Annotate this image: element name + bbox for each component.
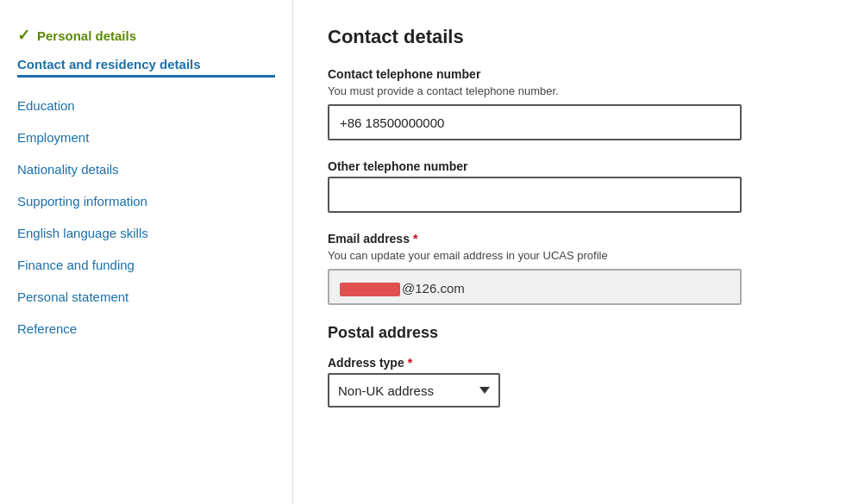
- contact-telephone-hint: You must provide a contact telephone num…: [328, 84, 818, 97]
- redact-bar: [340, 283, 400, 296]
- contact-telephone-input[interactable]: [328, 104, 742, 140]
- sidebar-item-education[interactable]: Education: [0, 90, 292, 121]
- sidebar-personal-details[interactable]: ✓ Personal details: [0, 17, 292, 50]
- contact-telephone-group: Contact telephone number You must provid…: [328, 67, 818, 140]
- sidebar-item-finance[interactable]: Finance and funding: [0, 249, 292, 281]
- sidebar-item-reference[interactable]: Reference: [0, 313, 292, 345]
- other-telephone-input[interactable]: [328, 177, 742, 213]
- other-telephone-label: Other telephone number: [328, 159, 818, 173]
- email-hint: You can update your email address in you…: [328, 249, 818, 262]
- email-suffix: @126.com: [402, 281, 465, 296]
- sidebar-item-personal-statement[interactable]: Personal statement: [0, 281, 292, 313]
- sidebar-item-contact-residency[interactable]: Contact and residency details: [17, 57, 275, 78]
- other-telephone-group: Other telephone number: [328, 159, 818, 213]
- email-label: Email address*: [328, 232, 818, 246]
- page-title: Contact details: [328, 26, 818, 48]
- address-type-select[interactable]: Non-UK address UK address: [328, 373, 500, 408]
- checkmark-icon: ✓: [17, 26, 30, 45]
- contact-telephone-label: Contact telephone number: [328, 67, 818, 81]
- required-star-address: *: [408, 356, 412, 370]
- personal-details-label: Personal details: [37, 28, 136, 43]
- main-content: Contact details Contact telephone number…: [293, 0, 852, 504]
- email-group: Email address* You can update your email…: [328, 232, 818, 305]
- sidebar-item-nationality[interactable]: Nationality details: [0, 153, 292, 185]
- address-type-label: Address type*: [328, 356, 818, 370]
- sidebar: ✓ Personal details Contact and residency…: [0, 0, 293, 504]
- postal-address-group: Postal address Address type* Non-UK addr…: [328, 324, 818, 408]
- email-display: @126.com: [328, 269, 742, 305]
- required-star-email: *: [413, 232, 417, 246]
- postal-address-title: Postal address: [328, 324, 818, 342]
- sidebar-item-employment[interactable]: Employment: [0, 121, 292, 153]
- sidebar-item-supporting[interactable]: Supporting information: [0, 185, 292, 217]
- sidebar-item-english[interactable]: English language skills: [0, 217, 292, 249]
